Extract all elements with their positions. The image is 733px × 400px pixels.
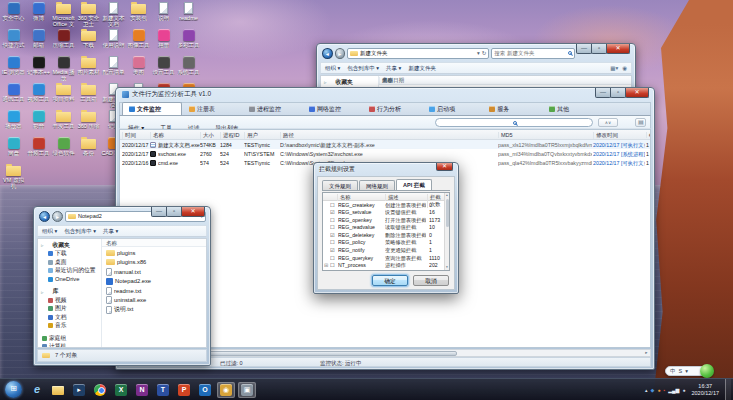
tray-icon[interactable]: ▴ [645,387,648,393]
rule-row[interactable]: ⊞ ☐ NT_process 进程操作 202 [323,262,444,270]
minimize-button[interactable]: — [595,88,611,98]
desktop-icon[interactable]: 设置工具 [151,56,176,82]
desktop-icon[interactable]: 快捷方式 [1,29,26,55]
vertical-scrollbar[interactable]: ▴ ▾ [444,193,449,270]
rule-row[interactable]: ☐ REG_readvalue 读取键值拦截 10 [323,224,444,232]
desktop-icon[interactable]: readme [176,2,201,28]
toolbar-item[interactable]: 共享 ▾ [103,228,118,235]
column-header[interactable]: 大小 [379,77,393,84]
desktop-icon[interactable]: 记事本++ [26,56,51,82]
toolbar-item[interactable]: 包含到库中 ▾ [64,228,96,235]
rule-checkbox[interactable]: ☐ [330,202,337,208]
desktop-icon[interactable]: 播放器 [1,110,26,136]
minimize-button[interactable]: — [151,207,167,217]
taskbar-app-button[interactable]: ◉ [217,382,235,398]
file-row[interactable]: uninstall.exe [102,296,206,306]
tray-icon[interactable]: ● [657,387,660,393]
expand-icon[interactable]: ⊞ [324,270,330,271]
desktop-icon[interactable]: 使用说明 [101,29,126,55]
sidebar-item[interactable]: 最近访问的位置 [38,267,101,276]
desktop-icon[interactable]: VM 虚拟机 [1,164,26,190]
address-dropdown-icon[interactable]: ▾ [477,50,480,56]
scrollbar-thumb[interactable] [446,199,450,227]
taskbar-app-button[interactable]: ▣ [238,382,256,398]
rule-checkbox[interactable]: ☐ [330,270,337,271]
monitor-tab[interactable]: 进程监控 [242,102,302,115]
column-header[interactable]: MD5 [498,132,513,138]
desktop-icon[interactable]: 工具箱 [76,83,101,109]
sidebar-item[interactable]: 库 [38,288,101,297]
desktop-icon[interactable]: 说明 [151,2,176,28]
desktop-icon[interactable]: 系统工具 [176,56,201,82]
column-header[interactable]: 名称 [150,132,164,139]
column-header[interactable]: 描述 [385,194,398,201]
sidebar-item[interactable]: 家庭组 [38,334,101,343]
sidebar-item[interactable]: 计算机 [38,343,101,348]
desktop-icon[interactable]: 视频工具 [26,83,51,109]
desktop-icon[interactable]: 压缩工具 [51,29,76,55]
desktop-icon[interactable]: 360 压缩 [76,110,101,136]
toolbar-item[interactable]: 包含到库中 ▾ [347,65,379,72]
file-row[interactable]: manual.txt [102,267,206,277]
dialog-tab[interactable]: 网络规则 [359,180,395,190]
view-toggle-icon[interactable]: ▦▾ [610,65,618,71]
desktop-icon[interactable]: 相册 [151,29,176,55]
desktop-icon[interactable]: 网盘 [1,137,26,163]
ok-button[interactable]: 确定 [372,275,408,286]
desktop-icon[interactable]: 项目资料 [51,83,76,109]
maximize-button[interactable]: ▫ [591,44,607,54]
ime-mode-icon[interactable]: ▾ [685,368,688,374]
ime-mode-icon[interactable]: 中 [670,368,676,375]
column-header[interactable]: 时间 [122,132,136,139]
forward-button[interactable]: ▸ [52,211,63,222]
desktop-icon[interactable]: 图像工具 [126,29,151,55]
rule-checkbox[interactable]: ☐ [330,262,337,268]
desktop-icon[interactable]: 配置清单 [101,56,126,82]
taskbar-app-button[interactable]: P [175,382,193,398]
desktop-icon[interactable]: Media 播放 [51,56,76,82]
sidebar-item[interactable]: 文档 [38,313,101,322]
sidebar-item[interactable]: 桌面 [38,258,101,267]
close-button[interactable]: ✕ [606,44,630,54]
sidebar-item[interactable]: 收藏夹 [321,78,378,87]
desktop-icon[interactable]: 邮箱 [26,29,51,55]
scroll-down-arrow[interactable]: ▾ [445,265,449,270]
sidebar-item[interactable]: OneDrive [38,275,101,284]
tray-icon[interactable]: ● [682,387,685,393]
taskbar-app-button[interactable] [91,382,109,398]
desktop-icon[interactable]: 下载 [76,29,101,55]
tray-icon[interactable]: ▂▄▆ [668,387,679,393]
column-header[interactable]: 进程ID [220,132,240,139]
event-row[interactable]: 2020/12/17 新建文本文档.exe 574KB 1284 TEST\ym… [120,140,650,149]
rule-row[interactable]: ☐ REG_querykey 查询注册表拦截 1110 [323,254,444,262]
close-button[interactable]: ✕ [625,88,649,98]
file-row[interactable]: 说明.txt [102,305,206,315]
desktop-icon[interactable]: 影音 [26,110,51,136]
file-list-header[interactable]: 名称 [102,239,206,247]
rule-checkbox[interactable]: ☑ [330,209,337,215]
help-icon[interactable]: ◉ [622,65,627,71]
taskbar-app-button[interactable]: ▸ [70,382,88,398]
show-desktop-button[interactable] [725,379,731,400]
desktop-icon[interactable]: 绿色软件 [51,137,76,163]
file-row[interactable]: Notepad2.exe [102,277,206,287]
column-header[interactable]: 路径 [280,132,294,139]
monitor-tab[interactable]: 启动项 [422,102,482,115]
tray-icon[interactable]: ◆ [651,387,655,393]
column-header[interactable]: 名称 [337,194,350,201]
rule-checkbox[interactable]: ☐ [330,224,337,230]
taskbar-app-button[interactable]: O [196,382,214,398]
sidebar-item[interactable]: 图片 [38,305,101,314]
taskbar-app-button[interactable]: T [154,382,172,398]
rule-checkbox[interactable]: ☑ [330,247,337,253]
desktop-icon[interactable]: 微博 [26,2,51,28]
monitor-tab[interactable]: 注册表 [182,102,242,115]
column-header[interactable]: 修改时间 [593,132,618,139]
monitor-tab[interactable]: 其他 [542,102,602,115]
search-box[interactable] [491,48,575,59]
desktop-icon[interactable]: 通讯工具 [1,83,26,109]
desktop-icon[interactable]: Microsoft Office 文档 [51,2,76,28]
monitor-tab[interactable]: 行为分析 [362,102,422,115]
tray-icon[interactable]: ▪ [663,387,665,393]
desktop-icon[interactable]: 360 安全卫士 [76,2,101,28]
